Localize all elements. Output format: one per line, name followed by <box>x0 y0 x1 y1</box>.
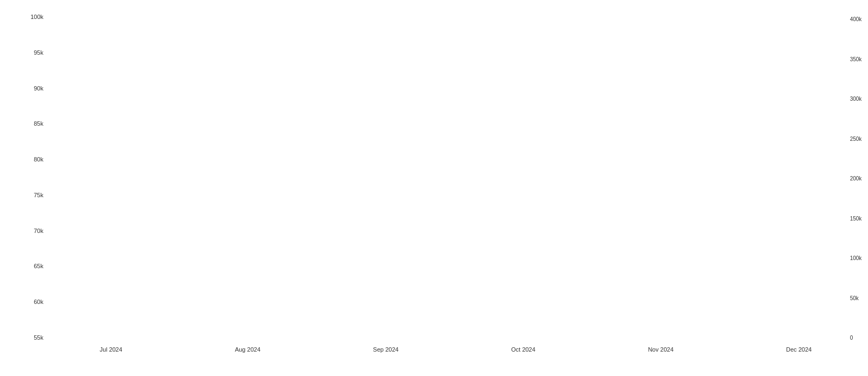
y-tick-80k: 80k <box>34 156 43 163</box>
y-tick-95k: 95k <box>34 49 43 56</box>
heatmap-plot <box>46 11 825 343</box>
colorbar-tick-400k: 400k <box>850 16 862 22</box>
y-tick-70k: 70k <box>34 228 43 234</box>
x-axis-area: Jul 2024 Aug 2024 Sep 2024 Oct 2024 Nov … <box>0 343 868 376</box>
y-tick-90k: 90k <box>34 85 43 92</box>
colorbar-tick-50k: 50k <box>850 295 862 301</box>
colorbar-tick-300k: 300k <box>850 96 862 102</box>
colorbar-canvas <box>834 16 847 341</box>
y-tick-100k: 100k <box>30 14 43 20</box>
chart-overlay <box>46 11 825 343</box>
y-tick-75k: 75k <box>34 192 43 198</box>
y-tick-65k: 65k <box>34 263 43 269</box>
y-axis-label <box>3 11 19 343</box>
x-tick-sep: Sep 2024 <box>373 346 399 353</box>
x-tick-aug: Aug 2024 <box>235 346 260 353</box>
x-tick-jul: Jul 2024 <box>100 346 123 353</box>
x-tick-oct: Oct 2024 <box>511 346 535 353</box>
colorbar-tick-100k: 100k <box>850 255 862 261</box>
x-tick-dec: Dec 2024 <box>786 346 812 353</box>
colorbar-tick-0: 0 <box>850 335 862 341</box>
y-axis: 100k 95k 90k 85k 80k 75k 70k 65k 60k 55k <box>19 11 46 343</box>
x-tick-nov: Nov 2024 <box>648 346 673 353</box>
colorbar-ticks: 400k 350k 300k 250k 200k 150k 100k 50k 0 <box>850 16 862 341</box>
chart-container: 100k 95k 90k 85k 80k 75k 70k 65k 60k 55k… <box>0 0 868 376</box>
colorbar-tick-200k: 200k <box>850 176 862 181</box>
colorbar-area: 400k 350k 300k 250k 200k 150k 100k 50k 0 <box>825 11 868 343</box>
colorbar-tick-150k: 150k <box>850 216 862 222</box>
colorbar-tick-250k: 250k <box>850 136 862 142</box>
y-tick-60k: 60k <box>34 299 43 305</box>
y-tick-55k: 55k <box>34 334 43 341</box>
y-tick-85k: 85k <box>34 120 43 127</box>
x-axis-ticks: Jul 2024 Aug 2024 Sep 2024 Oct 2024 Nov … <box>43 343 868 353</box>
colorbar-tick-350k: 350k <box>850 56 862 62</box>
